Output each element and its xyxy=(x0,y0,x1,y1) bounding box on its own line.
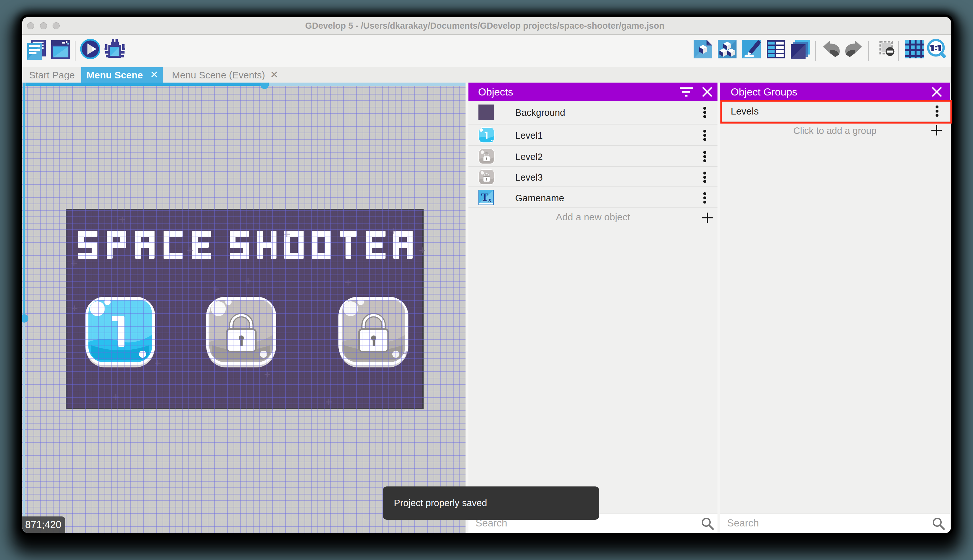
svg-text:x: x xyxy=(488,196,491,203)
svg-text:T: T xyxy=(481,191,488,203)
